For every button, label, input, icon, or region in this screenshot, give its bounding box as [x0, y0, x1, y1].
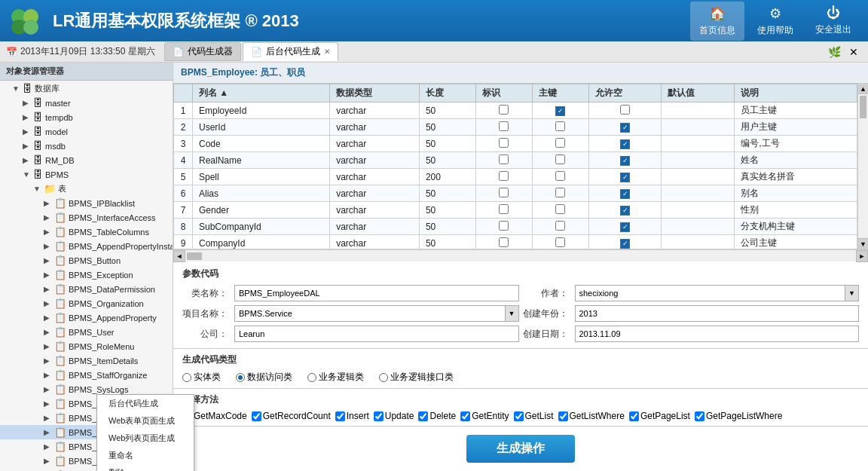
context-menu-item[interactable]: Web表单页面生成	[97, 412, 194, 430]
table-hscrollbar[interactable]: ◄ ►	[173, 249, 868, 261]
method-label-getlist: GetList	[525, 411, 554, 421]
method-checkbox-delete[interactable]	[418, 411, 428, 421]
table-cell: varchar	[330, 202, 420, 219]
nav-exit[interactable]: ⏻ 安全退出	[806, 2, 860, 41]
method-item-delete[interactable]: Delete	[418, 411, 456, 421]
nav-help[interactable]: ⚙ 使用帮助	[748, 2, 802, 41]
project-name-input[interactable]	[234, 305, 506, 322]
sidebar-item-exception[interactable]: ▶ 📋 BPMS_Exception	[0, 268, 173, 282]
sidebar-item-button[interactable]: ▶ 📋 BPMS_Button	[0, 253, 173, 268]
nav-exit-label: 安全退出	[815, 23, 851, 36]
method-item-getpagelist[interactable]: GetPageList	[629, 411, 690, 421]
col-length[interactable]: 长度	[419, 84, 475, 102]
method-checkbox-getpagelist[interactable]	[629, 411, 639, 421]
nav-home[interactable]: 🏠 首页信息	[690, 2, 744, 41]
sidebar-item-organization[interactable]: ▶ 📋 BPMS_Organization	[0, 296, 173, 310]
table-row[interactable]: 1EmployeeIdvarchar50✓员工主键	[174, 102, 857, 119]
sidebar-item-datapermission[interactable]: ▶ 📋 BPMS_DataPermission	[0, 282, 173, 296]
hscroll-thumb[interactable]	[187, 252, 202, 260]
table-row[interactable]: 8SubCompanyIdvarchar50✓分支机构主键	[174, 219, 857, 235]
table-row[interactable]: 2UserIdvarchar50✓用户主键	[174, 119, 857, 136]
sidebar-item-itemdetails[interactable]: ▶ 📋 BPMS_ItemDetails	[0, 353, 173, 368]
sidebar-item-model[interactable]: ▶ 🗄 model	[0, 124, 173, 139]
col-nullable[interactable]: 允许空	[588, 84, 662, 102]
sidebar-item-msdb[interactable]: ▶ 🗄 msdb	[0, 139, 173, 153]
method-item-getrecordcount[interactable]: GetRecordCount	[252, 411, 331, 421]
col-primary[interactable]: 主键	[532, 84, 588, 102]
sidebar-item-master[interactable]: ▶ 🗄 master	[0, 96, 173, 110]
company-input[interactable]	[234, 326, 519, 342]
context-menu-item[interactable]: 重命名	[97, 447, 194, 464]
radio-bizlogicif[interactable]: 业务逻辑接口类	[379, 371, 454, 384]
ipblacklist-label: BPMS_IPBlacklist	[69, 199, 135, 208]
scroll-thumb[interactable]	[860, 96, 866, 118]
scroll-down-icon[interactable]: ▼	[858, 238, 868, 249]
method-checkbox-getentity[interactable]	[460, 411, 470, 421]
class-name-input[interactable]	[234, 285, 519, 301]
sidebar-item-appendpropertyinstance[interactable]: ▶ 📋 BPMS_AppendPropertyInstance	[0, 239, 173, 253]
radio-bizlogic[interactable]: 业务逻辑类	[307, 371, 364, 384]
sidebar-item-rmdb[interactable]: ▶ 🗄 RM_DB	[0, 153, 173, 167]
sidebar-item-rolemenu[interactable]: ▶ 📋 BPMS_RoleMenu	[0, 339, 173, 353]
sidebar-item-interfaceaccess[interactable]: ▶ 📋 BPMS_InterfaceAccess	[0, 210, 173, 225]
method-item-getlistwhere[interactable]: GetListWhere	[558, 411, 625, 421]
sidebar-item-appendproperty[interactable]: ▶ 📋 BPMS_AppendProperty	[0, 310, 173, 325]
tab-close-icon[interactable]: ✕	[324, 47, 330, 56]
method-item-getlist[interactable]: GetList	[514, 411, 554, 421]
create-date-input[interactable]	[575, 326, 860, 342]
sidebar-item-ipblacklist[interactable]: ▶ 📋 BPMS_IPBlacklist	[0, 196, 173, 210]
radio-entity[interactable]: 实体类	[182, 371, 221, 384]
sidebar-item-bpms[interactable]: ▼ 🗄 BPMS	[0, 167, 173, 182]
table-cell: 公司主键	[735, 235, 857, 249]
context-menu-item[interactable]: 删除	[97, 464, 194, 471]
table-row[interactable]: 3Codevarchar50✓编号,工号	[174, 136, 857, 152]
col-default[interactable]: 默认值	[662, 84, 735, 102]
create-year-input[interactable]	[575, 305, 860, 322]
method-item-update[interactable]: Update	[374, 411, 414, 421]
method-item-getpagelistwhere[interactable]: GetPageListWhere	[695, 411, 782, 421]
scroll-right-icon[interactable]: ►	[856, 250, 868, 262]
project-name-label: 项目名称：	[182, 307, 231, 320]
table-row[interactable]: 9CompanyIdvarchar50✓公司主键	[174, 235, 857, 249]
method-item-insert[interactable]: Insert	[335, 411, 369, 421]
table-row[interactable]: 5Spellvarchar200✓真实姓名拼音	[174, 169, 857, 185]
tab-backend-codegen[interactable]: 📄 后台代码生成 ✕	[243, 42, 338, 61]
table-cell	[532, 119, 588, 136]
table-row[interactable]: 4RealNamevarchar50✓姓名	[174, 152, 857, 169]
toolbar-leaf-icon[interactable]: 🌿	[826, 44, 842, 60]
method-checkbox-getlist[interactable]	[514, 411, 524, 421]
method-checkbox-getpagelistwhere[interactable]	[695, 411, 704, 421]
scroll-left-icon[interactable]: ◄	[173, 250, 185, 262]
col-name[interactable]: 列名 ▲	[193, 84, 330, 102]
toolbar-close-icon[interactable]: ✕	[845, 44, 862, 60]
method-checkbox-update[interactable]	[374, 411, 384, 421]
sidebar-item-tablecolumns[interactable]: ▶ 📋 BPMS_TableColumns	[0, 225, 173, 239]
scroll-up-icon[interactable]: ▲	[858, 84, 868, 94]
generate-button[interactable]: 生成操作	[466, 435, 575, 463]
context-menu-item[interactable]: Web列表页面生成	[97, 430, 194, 447]
method-checkbox-getlistwhere[interactable]	[558, 411, 568, 421]
sidebar-item-db-root[interactable]: ▼ 🗄 数据库	[0, 81, 173, 96]
project-dropdown-icon[interactable]: ▼	[506, 305, 519, 322]
table-row[interactable]: 6Aliasvarchar50✓别名	[174, 185, 857, 202]
interfaceaccess-label: BPMS_InterfaceAccess	[69, 213, 156, 222]
author-label: 作者：	[523, 287, 571, 300]
sidebar-item-user[interactable]: ▶ 📋 BPMS_User	[0, 325, 173, 339]
itemdetails-icon: 📋	[54, 355, 66, 366]
tab-codegen[interactable]: 📄 代码生成器	[164, 42, 241, 61]
table-vscrollbar[interactable]: ▲ ▼	[857, 84, 868, 249]
col-desc[interactable]: 说明	[735, 84, 857, 102]
sidebar-item-tables[interactable]: ▼ 📁 表	[0, 182, 173, 196]
sidebar-item-stafforganize[interactable]: ▶ 📋 BPMS_StaffOrganize	[0, 368, 173, 382]
method-item-getentity[interactable]: GetEntity	[460, 411, 509, 421]
radio-dataaccess[interactable]: 数据访问类	[236, 371, 292, 384]
method-checkbox-insert[interactable]	[335, 411, 345, 421]
context-menu-item[interactable]: 后台代码生成	[97, 395, 194, 412]
col-identity[interactable]: 标识	[475, 84, 532, 102]
sidebar-item-tempdb[interactable]: ▶ 🗄 tempdb	[0, 110, 173, 124]
author-dropdown-icon[interactable]: ▼	[845, 285, 859, 301]
table-row[interactable]: 7Gendervarchar50✓性别	[174, 202, 857, 219]
method-checkbox-getrecordcount[interactable]	[252, 411, 261, 421]
col-type[interactable]: 数据类型	[330, 84, 420, 102]
author-input[interactable]	[575, 285, 846, 301]
